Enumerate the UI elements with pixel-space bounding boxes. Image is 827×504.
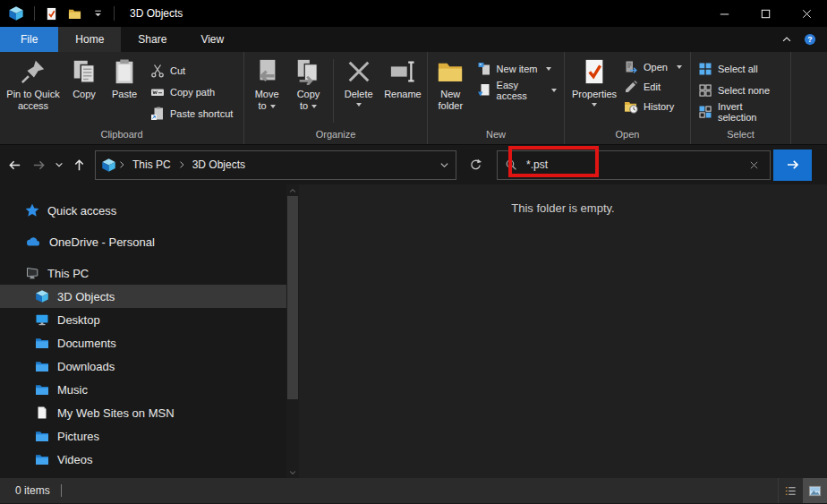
history-icon [624, 99, 638, 114]
sidebar-item-videos[interactable]: Videos [0, 448, 286, 471]
rename-icon [389, 58, 416, 85]
scrollbar-thumb[interactable] [287, 196, 298, 399]
forward-button[interactable] [27, 152, 51, 177]
collapse-ribbon-chevron-up-icon[interactable] [780, 33, 793, 46]
arrow-right-icon [32, 158, 46, 172]
invert-selection-icon [698, 105, 712, 119]
address-bar[interactable]: This PC 3D Objects [95, 150, 456, 180]
large-icons-view-button[interactable] [803, 478, 827, 503]
paste-button[interactable]: Paste [104, 54, 145, 128]
new-item-button[interactable]: New item [477, 60, 557, 77]
titlebar-divider [114, 6, 115, 21]
sidebar-item-desktop[interactable]: Desktop [0, 308, 286, 331]
select-all-button[interactable]: Select all [698, 60, 783, 77]
easy-access-button[interactable]: Easy access [477, 81, 557, 98]
sidebar-item-label: Pictures [57, 430, 99, 443]
select-none-button[interactable]: Select none [698, 81, 783, 98]
tab-share[interactable]: Share [121, 27, 183, 52]
quick-access-toolbar-new-folder-button[interactable] [63, 3, 86, 24]
sidebar-item-label: Quick access [47, 204, 116, 218]
close-x-icon [748, 159, 760, 171]
move-to-button[interactable]: Move to [246, 54, 287, 128]
navigation-bar: This PC 3D Objects [0, 145, 827, 184]
documents-folder-icon [35, 336, 49, 350]
breadcrumb-3d-objects[interactable]: 3D Objects [187, 158, 251, 171]
sidebar-item-my-web-sites-on-msn[interactable]: My Web Sites on MSN [0, 401, 286, 424]
address-history-chevron-down-icon[interactable] [439, 159, 450, 171]
paste-shortcut-button[interactable]: Paste shortcut [150, 105, 233, 122]
maximize-button[interactable] [745, 0, 786, 27]
breadcrumb-chevron-icon[interactable] [176, 159, 187, 170]
copy-to-button[interactable]: Copy to [287, 54, 328, 128]
sidebar-item-documents[interactable]: Documents [0, 331, 286, 355]
help-icon[interactable] [804, 33, 816, 46]
cut-button[interactable]: Cut [150, 62, 233, 79]
tab-view[interactable]: View [183, 27, 241, 52]
search-input[interactable] [526, 158, 745, 171]
up-button[interactable] [67, 152, 91, 177]
history-button[interactable]: History [624, 98, 682, 115]
delete-x-icon [345, 58, 372, 85]
maximize-icon [759, 7, 772, 21]
tab-file[interactable]: File [0, 27, 58, 52]
search-go-button[interactable] [773, 149, 812, 181]
empty-folder-message: This folder is empty. [511, 201, 614, 215]
file-list-pane[interactable]: This folder is empty. [299, 184, 827, 478]
back-button[interactable] [3, 152, 27, 177]
scissors-icon [150, 64, 165, 78]
new-folder-button[interactable]: New folder [430, 54, 472, 128]
quick-access-toolbar-customize-button[interactable] [86, 3, 109, 24]
search-box[interactable] [497, 150, 771, 180]
sidebar-item-onedrive[interactable]: OneDrive - Personal [0, 230, 286, 253]
scrollbar-track[interactable] [286, 196, 299, 466]
copy-path-icon [150, 85, 165, 99]
location-3d-objects-icon [101, 158, 116, 173]
pin-to-quick-access-button[interactable]: Pin to Quick access [2, 54, 64, 128]
rename-button[interactable]: Rename [380, 54, 425, 128]
breadcrumb-chevron-icon[interactable] [116, 159, 127, 170]
clear-search-button[interactable] [745, 156, 763, 174]
cloud-icon [25, 235, 41, 249]
sidebar-item-this-pc[interactable]: This PC [0, 261, 286, 285]
edit-button[interactable]: Edit [624, 78, 682, 95]
properties-button[interactable]: Properties [567, 54, 622, 128]
sidebar-item-label: OneDrive - Personal [49, 235, 155, 249]
copy-label: Copy [72, 89, 96, 100]
open-button[interactable]: Open [624, 58, 682, 75]
videos-folder-icon [35, 452, 49, 466]
sidebar-item-label: This PC [47, 267, 89, 280]
thumbnail-view-icon [808, 484, 822, 498]
scroll-up-arrow-icon[interactable] [286, 184, 299, 196]
sidebar-scrollbar[interactable] [286, 184, 299, 478]
sidebar-item-pictures[interactable]: Pictures [0, 424, 286, 448]
quick-access-toolbar-properties-button[interactable] [39, 3, 63, 24]
copy-button[interactable]: Copy [64, 54, 104, 128]
ribbon-group-open: Properties Open Edit History [565, 52, 691, 144]
select-group-label: Select [691, 128, 790, 144]
scroll-down-arrow-icon[interactable] [286, 466, 299, 478]
copy-to-icon [294, 58, 321, 85]
new-item-icon [477, 62, 491, 76]
app-3d-objects-icon [8, 5, 24, 21]
ribbon-group-clipboard: Pin to Quick access Copy Paste Cut [0, 52, 244, 144]
copy-path-button[interactable]: Copy path [150, 83, 233, 100]
minimize-button[interactable] [703, 0, 745, 27]
ribbon-group-new: New folder New item Easy access New [428, 52, 565, 144]
sidebar-item-downloads[interactable]: Downloads [0, 355, 286, 378]
invert-selection-button[interactable]: Invert selection [698, 103, 783, 120]
refresh-button[interactable] [464, 152, 488, 177]
new-folder-icon [437, 58, 464, 85]
sidebar-item-music[interactable]: Music [0, 378, 286, 401]
file-explorer-window: 3D Objects File Home Share View Pin [0, 0, 827, 504]
delete-button[interactable]: Delete [337, 54, 380, 128]
details-view-button[interactable] [779, 478, 803, 503]
sidebar-item-3d-objects[interactable]: 3D Objects [0, 285, 286, 308]
breadcrumb-this-pc[interactable]: This PC [127, 158, 176, 171]
close-button[interactable] [786, 0, 827, 27]
tab-home[interactable]: Home [58, 27, 121, 52]
properties-icon [581, 58, 608, 85]
details-view-icon [784, 484, 797, 498]
sidebar-item-quick-access[interactable]: Quick access [0, 199, 286, 222]
dropdown-caret-icon [551, 89, 557, 92]
recent-locations-button[interactable] [51, 152, 67, 177]
